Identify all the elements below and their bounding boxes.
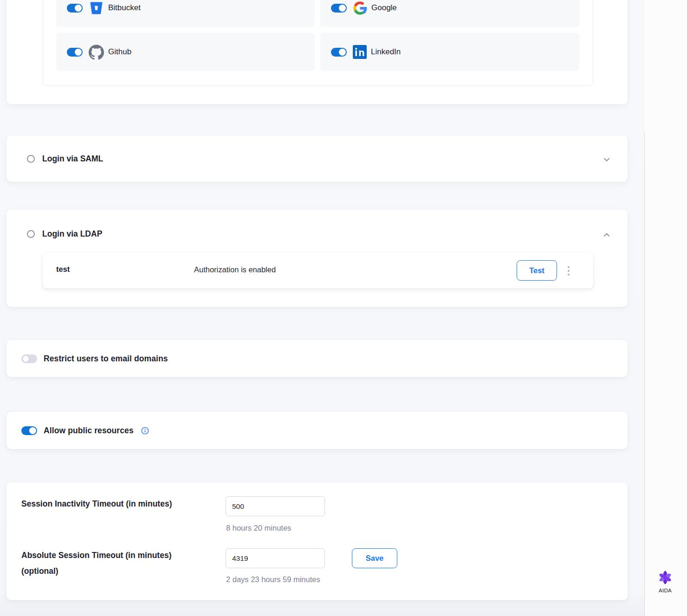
- restrict-domains-toggle[interactable]: [21, 354, 37, 363]
- bitbucket-toggle[interactable]: [67, 4, 83, 13]
- saml-section-title: Login via SAML: [42, 154, 103, 164]
- provider-row-bitbucket: Bitbucket: [56, 0, 315, 27]
- provider-label: Google: [371, 3, 397, 13]
- ldap-config-status: Authorization is enabled: [194, 265, 276, 274]
- aida-flower-icon: [657, 570, 673, 585]
- right-panel: [645, 0, 687, 616]
- google-icon: [353, 1, 367, 15]
- chevron-down-icon[interactable]: [602, 154, 612, 165]
- panel-divider: [644, 131, 645, 616]
- absolute-timeout-helper: 2 days 23 hours 59 minutes: [226, 575, 320, 584]
- absolute-timeout-label: Absolute Session Timeout (in minutes): [21, 551, 171, 560]
- bitbucket-icon: [89, 0, 104, 16]
- github-toggle[interactable]: [67, 48, 83, 57]
- ldap-config-row: test Authorization is enabled Test: [43, 253, 593, 289]
- provider-row-linkedin: LinkedIn: [320, 33, 579, 71]
- provider-row-google: Google: [320, 0, 579, 27]
- provider-row-github: Github: [56, 33, 315, 71]
- ldap-section-title: Login via LDAP: [42, 229, 102, 239]
- restrict-domains-label: Restrict users to email domains: [44, 354, 168, 364]
- restrict-domains-card: Restrict users to email domains: [6, 340, 628, 377]
- session-settings-card: Session Inactivity Timeout (in minutes) …: [6, 482, 628, 600]
- linkedin-icon: [353, 45, 367, 59]
- github-icon: [89, 45, 104, 60]
- info-icon[interactable]: [141, 427, 149, 435]
- oauth-providers-list: Bitbucket Google Github: [43, 0, 593, 86]
- absolute-timeout-input[interactable]: [226, 548, 325, 568]
- saml-radio[interactable]: [27, 155, 35, 163]
- absolute-timeout-optional-label: (optional): [21, 566, 58, 576]
- public-resources-label: Allow public resources: [44, 426, 134, 436]
- public-resources-toggle[interactable]: [21, 426, 37, 435]
- save-button[interactable]: Save: [352, 548, 397, 568]
- ldap-section-card: Login via LDAP test Authorization is ena…: [6, 210, 628, 307]
- inactivity-timeout-input[interactable]: [226, 496, 325, 516]
- public-resources-card: Allow public resources: [6, 412, 628, 449]
- ldap-config-name: test: [56, 265, 70, 274]
- ldap-radio[interactable]: [27, 230, 35, 238]
- inactivity-timeout-label: Session Inactivity Timeout (in minutes): [21, 499, 172, 509]
- provider-label: Github: [108, 47, 131, 57]
- branding-label: AIDA: [659, 588, 672, 593]
- linkedin-toggle[interactable]: [331, 48, 347, 57]
- ldap-test-button[interactable]: Test: [517, 260, 557, 281]
- saml-section-card: Login via SAML: [6, 135, 628, 182]
- google-toggle[interactable]: [331, 4, 347, 13]
- inactivity-timeout-helper: 8 hours 20 minutes: [226, 524, 291, 533]
- kebab-menu-icon[interactable]: [564, 263, 573, 279]
- oauth-providers-card: Bitbucket Google Github: [6, 0, 628, 104]
- branding-badge: AIDA: [652, 570, 679, 593]
- provider-label: LinkedIn: [371, 47, 401, 57]
- provider-label: Bitbucket: [108, 3, 141, 13]
- chevron-up-icon[interactable]: [602, 230, 612, 240]
